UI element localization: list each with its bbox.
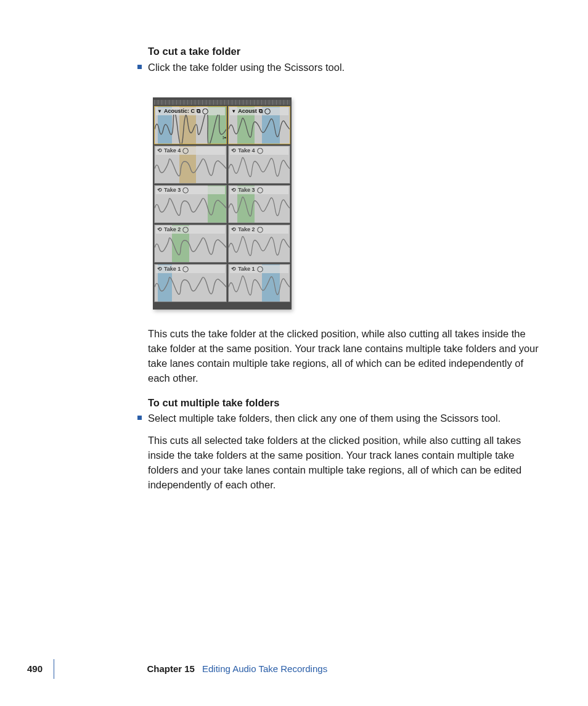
heading-cut-take-folder: To cut a take folder xyxy=(148,44,547,59)
bullet-item-click-scissors: Click the take folder using the Scissors… xyxy=(148,60,547,75)
take-region: Take 2 xyxy=(154,224,227,263)
take-region: Take 3 xyxy=(228,185,290,223)
take-row-1: Take 1 Take 1 xyxy=(154,264,290,302)
take-folder-right: Acoust xyxy=(228,106,290,144)
timeline-ruler xyxy=(154,100,290,105)
take-region: Take 1 xyxy=(228,264,290,302)
heading-cut-multiple: To cut multiple take folders xyxy=(148,396,547,411)
paragraph-cut-result: This cuts the take folder at the clicked… xyxy=(148,327,547,386)
take-folder-left: Acoustic: C xyxy=(154,106,227,144)
bullet-list-1: Click the take folder using the Scissors… xyxy=(148,60,547,75)
chapter-label: Chapter 15 xyxy=(147,662,195,676)
page-footer: 490 Chapter 15 Editing Audio Take Record… xyxy=(27,659,327,679)
paragraph-cut-multiple-result: This cuts all selected take folders at t… xyxy=(148,433,547,493)
take-row-4: Take 4 Take 4 xyxy=(154,146,290,184)
chapter-title: Editing Audio Take Recordings xyxy=(202,662,327,676)
take-row-3: Take 3 Take 3 xyxy=(154,185,290,223)
take-folder-header-row: Acoustic: C Acoust xyxy=(154,106,290,144)
waveform xyxy=(229,115,290,144)
bullet-list-2: Select multiple take folders, then click… xyxy=(148,411,547,426)
take-row-2: Take 2 Take 2 xyxy=(154,224,290,263)
waveform xyxy=(155,115,226,144)
bullet-item-select-multiple: Select multiple take folders, then click… xyxy=(148,411,547,426)
footer-rule xyxy=(54,659,54,679)
take-region: Take 1 xyxy=(154,264,227,302)
take-folder-figure: Acoustic: C Acoust xyxy=(153,97,547,310)
take-region: Take 2 xyxy=(228,224,290,263)
take-region: Take 4 xyxy=(154,146,227,184)
take-region: Take 4 xyxy=(228,146,290,184)
page-content: To cut a take folder Click the take fold… xyxy=(148,44,547,500)
page-number: 490 xyxy=(27,662,54,676)
take-region: Take 3 xyxy=(154,185,227,223)
